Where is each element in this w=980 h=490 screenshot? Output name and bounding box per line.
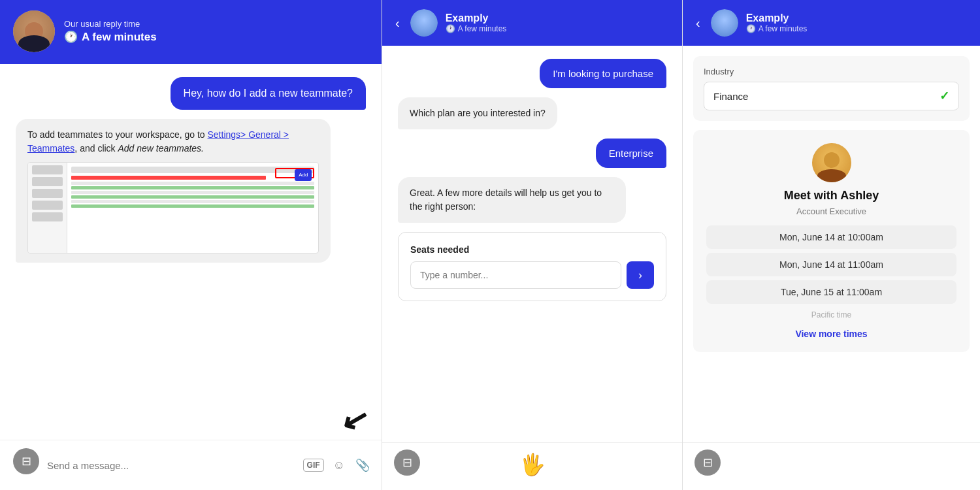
pacific-label: Pacific time: [811, 310, 851, 319]
header-name-2: Examply: [446, 12, 507, 24]
time-text: A few minutes: [82, 31, 157, 44]
input-area-1: ⊟ GIF ☺ 📎: [0, 440, 382, 490]
header-avatar-3: [711, 9, 738, 37]
back-button-3[interactable]: ‹: [693, 16, 703, 31]
header-panel-1: Our usual reply time 🕐 A few minutes: [0, 0, 382, 64]
time-slot-1[interactable]: Mon, June 14 at 10:00am: [706, 225, 956, 249]
gif-button[interactable]: GIF: [303, 459, 324, 472]
industry-value: Finance: [713, 91, 748, 102]
bottom-row-3: ⊟: [683, 442, 980, 490]
panel-3: ‹ Examply 🕐 A few minutes Industry Finan…: [683, 0, 980, 490]
bot-bubble-2a: Which plan are you interested in?: [398, 97, 557, 129]
reply-time-label: Our usual reply time: [64, 19, 157, 29]
avatar: [13, 10, 55, 52]
clock-icon-2: 🕐: [446, 24, 455, 33]
header-info: Our usual reply time 🕐 A few minutes: [64, 19, 157, 44]
emoji-button[interactable]: ☺: [332, 457, 346, 474]
attach-button[interactable]: 📎: [354, 457, 371, 474]
seats-card: Seats needed ›: [398, 232, 666, 301]
header-info-2: Examply 🕐 A few minutes: [446, 12, 507, 33]
message-input-1[interactable]: [47, 460, 295, 471]
avatar-face: [13, 10, 55, 52]
panel-2: ‹ Examply 🕐 A few minutes I'm looking to…: [382, 0, 683, 490]
panel-1: Our usual reply time 🕐 A few minutes Hey…: [0, 0, 382, 490]
clock-icon-3: 🕐: [746, 24, 756, 33]
intercom-icon-3: ⊟: [703, 455, 713, 470]
time-slot-3[interactable]: Tue, June 15 at 11:00am: [706, 280, 956, 304]
seats-label: Seats needed: [410, 244, 654, 255]
intercom-button-2[interactable]: ⊟: [394, 449, 420, 476]
intercom-button-1[interactable]: ⊟: [13, 448, 39, 474]
back-button-2[interactable]: ‹: [393, 16, 402, 31]
header-panel-2: ‹ Examply 🕐 A few minutes: [382, 0, 682, 46]
bot-bubble-2b: Great. A few more details will help us g…: [398, 177, 626, 223]
meet-name: Meet with Ashley: [784, 189, 879, 203]
time-slot-2[interactable]: Mon, June 14 at 11:00am: [706, 253, 956, 276]
chat-body-1: Hey, how do I add a new teammate? To add…: [0, 64, 382, 440]
meet-card: Meet with Ashley Account Executive Mon, …: [693, 130, 970, 352]
bottom-row-2: ⊟: [382, 442, 682, 490]
header-name-3: Examply: [746, 12, 808, 24]
clock-icon: 🕐: [64, 30, 78, 44]
seats-submit-button[interactable]: ›: [627, 261, 654, 289]
screenshot-mock: Add: [27, 162, 319, 253]
industry-select[interactable]: Finance ✓: [704, 82, 959, 110]
industry-card: Industry Finance ✓: [693, 56, 970, 121]
bot-text-1: To add teammates to your workspace, go t…: [27, 129, 207, 140]
user-bubble-1: Hey, how do I add a new teammate?: [171, 77, 366, 110]
view-more-times-link[interactable]: View more times: [795, 329, 867, 339]
intercom-icon: ⊟: [22, 454, 31, 468]
header-time-3: 🕐 A few minutes: [746, 24, 808, 33]
header-avatar-2: [410, 9, 438, 37]
seats-input-row: ›: [410, 261, 654, 289]
seats-input[interactable]: [410, 261, 621, 289]
header-panel-3: ‹ Examply 🕐 A few minutes: [683, 0, 980, 46]
bot-text-2: , and click: [74, 143, 118, 154]
industry-label: Industry: [704, 67, 959, 76]
meet-avatar: [812, 143, 851, 182]
bot-italic: Add new teammates.: [118, 143, 204, 154]
meet-title: Account Executive: [796, 206, 866, 216]
header-time-2: 🕐 A few minutes: [446, 24, 507, 33]
intercom-button-3[interactable]: ⊟: [694, 449, 721, 476]
reply-time-value: 🕐 A few minutes: [64, 30, 157, 44]
user-bubble-2b: Enterprise: [596, 139, 666, 168]
bot-bubble-1: To add teammates to your workspace, go t…: [16, 119, 331, 263]
user-bubble-2a: I'm looking to purchase: [540, 59, 666, 88]
check-icon: ✓: [939, 89, 949, 103]
panel-3-body: Industry Finance ✓ Meet with Ashley Acco…: [683, 46, 980, 442]
intercom-icon-2: ⊟: [402, 455, 412, 470]
chat-body-2: I'm looking to purchase Which plan are y…: [382, 46, 682, 442]
header-info-3: Examply 🕐 A few minutes: [746, 12, 808, 33]
